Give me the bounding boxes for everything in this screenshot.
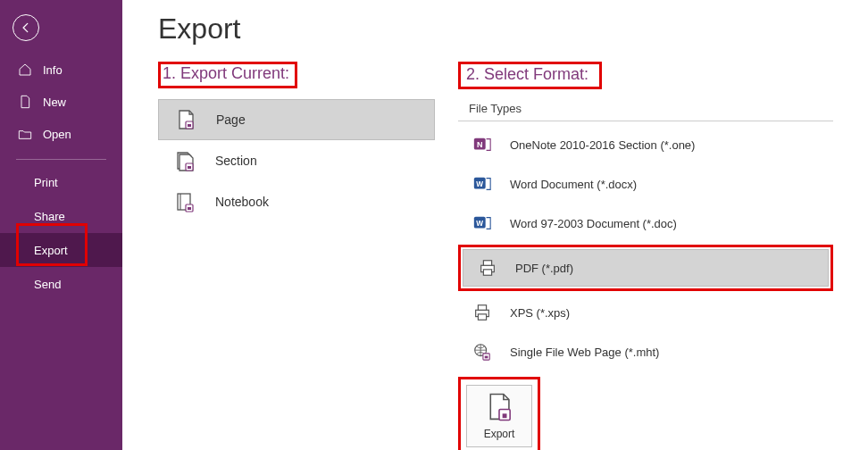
word97-icon: W [472,213,492,233]
sidebar-item-info[interactable]: Info [0,54,122,86]
format-label: Word Document (*.docx) [510,178,637,191]
arrow-left-icon [20,21,32,34]
document-icon [18,95,32,109]
page-title: Export [158,12,847,46]
svg-text:N: N [477,140,483,149]
svg-text:W: W [476,220,483,228]
format-list: N OneNote 2010-2016 Section (*.one) W Wo… [458,125,833,371]
section-icon [174,150,196,171]
notebook-icon [174,191,196,212]
svg-text:W: W [476,180,483,188]
select-format-panel: 2. Select Format: File Types N OneNote 2… [458,62,833,450]
annotation-step2-header: 2. Select Format: [458,62,602,89]
svg-rect-1 [188,124,191,127]
option-section[interactable]: Section [158,140,435,181]
sidebar-item-send[interactable]: Send [0,267,122,301]
home-icon [18,62,32,77]
onenote-icon: N [472,135,492,154]
file-types-label: File Types [458,96,833,121]
format-label: OneNote 2010-2016 Section (*.one) [510,138,695,152]
format-label: Word 97-2003 Document (*.doc) [510,217,677,230]
annotation-step1-header: 1. Export Current: [158,62,297,88]
sidebar-label: Send [34,278,61,291]
sidebar-label: Info [43,63,63,77]
back-button[interactable] [13,14,39,41]
sidebar-label: Print [34,176,58,189]
option-label: Page [216,112,246,127]
svg-rect-18 [478,305,486,311]
svg-rect-15 [483,261,491,266]
page-icon [175,109,196,130]
option-label: Section [215,154,257,168]
sidebar-item-new[interactable]: New [0,86,122,118]
sidebar-separator [16,159,106,160]
svg-rect-16 [483,270,491,275]
svg-rect-22 [485,356,488,359]
export-file-icon [486,392,513,422]
export-current-list: Page Section [158,99,435,222]
sidebar-label: Export [34,244,68,257]
printer-icon [478,258,497,278]
format-xps[interactable]: XPS (*.xps) [458,293,833,332]
sidebar-item-export[interactable]: Export [0,233,122,267]
export-button[interactable]: Export [466,385,532,447]
printer-icon [472,303,492,322]
svg-rect-7 [188,207,191,210]
app-root: Info New Open Print Share Export Send Ex… [0,0,868,450]
annotation-export-button: Export [458,377,540,450]
svg-rect-24 [503,413,507,418]
sidebar: Info New Open Print Share Export Send [0,0,122,450]
format-pdf[interactable]: PDF (*.pdf) [463,249,829,287]
step2-header: 2. Select Format: [466,65,588,84]
format-doc[interactable]: W Word 97-2003 Document (*.doc) [458,204,833,243]
webpage-icon [472,342,492,362]
export-current-panel: 1. Export Current: Page [158,62,435,450]
option-label: Notebook [215,195,269,209]
format-mht[interactable]: Single File Web Page (*.mht) [458,332,833,371]
folder-open-icon [18,127,32,141]
sidebar-label: Share [34,210,65,223]
format-label: XPS (*.xps) [510,306,570,320]
format-label: Single File Web Page (*.mht) [510,346,659,359]
sidebar-label: New [43,96,66,109]
format-docx[interactable]: W Word Document (*.docx) [458,164,833,204]
format-label: PDF (*.pdf) [515,262,573,275]
option-notebook[interactable]: Notebook [158,181,435,222]
annotation-pdf: PDF (*.pdf) [458,245,833,291]
svg-rect-19 [478,314,486,320]
main-panel: Export 1. Export Current: [122,0,868,450]
export-button-label: Export [484,428,515,440]
svg-rect-3 [188,166,191,169]
step1-header: 1. Export Current: [163,64,289,83]
sidebar-item-share[interactable]: Share [0,199,122,233]
sidebar-label: Open [43,128,71,141]
word-icon: W [472,174,492,194]
sidebar-item-open[interactable]: Open [0,118,122,150]
option-page[interactable]: Page [158,99,435,140]
format-onenote[interactable]: N OneNote 2010-2016 Section (*.one) [458,125,833,164]
sidebar-item-print[interactable]: Print [0,165,122,199]
